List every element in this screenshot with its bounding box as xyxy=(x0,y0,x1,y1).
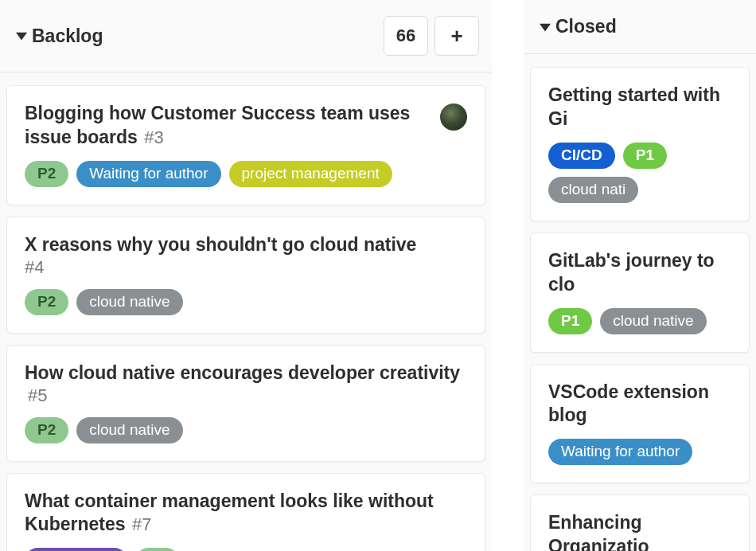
label-p2[interactable]: P2 xyxy=(25,417,68,444)
label-cicd[interactable]: CI/CD xyxy=(548,143,615,169)
label-p2[interactable]: P2 xyxy=(25,289,68,315)
issue-card[interactable]: VSCode extension blog Waiting for author xyxy=(530,364,750,484)
add-issue-button[interactable]: + xyxy=(435,16,479,56)
labels-row: CI/CD P1 cloud nati xyxy=(548,143,731,203)
issue-card[interactable]: Enhancing Organizatio Waiting for author… xyxy=(530,494,750,551)
column-backlog: Backlog 66 + Blogging how Customer Succe… xyxy=(0,0,492,551)
label-kubernetes[interactable]: Kubernetes xyxy=(25,548,127,551)
issue-card[interactable]: X reasons why you shouldn't go cloud nat… xyxy=(6,217,485,334)
column-title-closed: Closed xyxy=(555,16,617,37)
board-container: Backlog 66 + Blogging how Customer Succe… xyxy=(0,0,756,551)
label-cloud-native[interactable]: cloud nati xyxy=(548,177,638,203)
column-closed: Closed Getting started with Gi CI/CD P1 … xyxy=(524,0,756,551)
card-title: GitLab's journey to clo xyxy=(548,250,715,295)
label-project-management[interactable]: project management xyxy=(229,161,392,187)
caret-down-icon xyxy=(540,21,551,33)
label-waiting-for-author[interactable]: Waiting for author xyxy=(548,439,692,465)
label-cloud-native[interactable]: cloud native xyxy=(76,289,182,315)
cards-list-backlog: Blogging how Customer Success team uses … xyxy=(0,72,492,551)
card-header: Blogging how Customer Success team uses … xyxy=(25,102,467,150)
card-title: X reasons why you shouldn't go cloud nat… xyxy=(25,234,416,255)
label-p1[interactable]: P1 xyxy=(623,143,667,169)
card-title: Blogging how Customer Success team uses … xyxy=(25,103,410,147)
issue-card[interactable]: GitLab's journey to clo P1 cloud native xyxy=(530,233,750,353)
issue-ref: #4 xyxy=(25,257,44,277)
label-p2[interactable]: P2 xyxy=(25,161,68,187)
labels-row: P2 cloud native xyxy=(25,289,467,315)
issue-card[interactable]: How cloud native encourages developer cr… xyxy=(6,345,485,462)
card-title: Enhancing Organizatio xyxy=(548,512,649,551)
label-cloud-native[interactable]: cloud native xyxy=(600,308,706,334)
issue-ref: #3 xyxy=(144,127,163,147)
column-title-backlog: Backlog xyxy=(32,25,103,47)
card-title: What container management looks like wit… xyxy=(25,490,434,535)
card-title: VSCode extension blog xyxy=(548,381,709,426)
header-controls: 66 + xyxy=(384,16,479,56)
card-title: How cloud native encourages developer cr… xyxy=(25,362,460,383)
issue-ref: #5 xyxy=(28,385,47,405)
assignee-avatar[interactable] xyxy=(440,104,467,131)
labels-row: P2 cloud native xyxy=(25,417,467,444)
column-header-left[interactable]: Closed xyxy=(540,16,617,37)
issue-card[interactable]: Getting started with Gi CI/CD P1 cloud n… xyxy=(530,67,750,221)
issue-card[interactable]: What container management looks like wit… xyxy=(6,473,485,551)
column-header-left[interactable]: Backlog xyxy=(16,25,103,47)
label-p2[interactable]: P2 xyxy=(135,548,179,551)
column-header-closed: Closed xyxy=(524,0,756,54)
labels-row: P1 cloud native xyxy=(548,308,731,334)
labels-row: Kubernetes P2 xyxy=(25,548,467,551)
card-title: Getting started with Gi xyxy=(548,84,720,129)
issue-ref: #7 xyxy=(132,514,151,534)
issue-count: 66 xyxy=(384,16,428,56)
issue-card[interactable]: Blogging how Customer Success team uses … xyxy=(6,85,485,205)
cards-list-closed: Getting started with Gi CI/CD P1 cloud n… xyxy=(524,54,756,551)
label-p1[interactable]: P1 xyxy=(548,308,592,334)
caret-down-icon xyxy=(16,30,27,41)
column-header-backlog: Backlog 66 + xyxy=(0,0,492,72)
label-cloud-native[interactable]: cloud native xyxy=(76,417,182,444)
labels-row: Waiting for author xyxy=(548,439,731,465)
label-waiting-for-author[interactable]: Waiting for author xyxy=(76,161,220,187)
labels-row: P2 Waiting for author project management xyxy=(25,161,467,187)
plus-icon: + xyxy=(450,25,462,46)
